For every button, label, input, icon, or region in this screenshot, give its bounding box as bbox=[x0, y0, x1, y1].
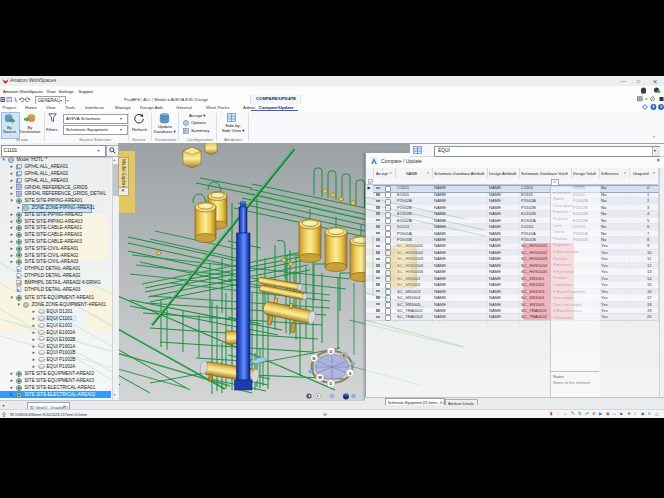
svg-text:N: N bbox=[313, 356, 316, 361]
svg-text:S: S bbox=[349, 371, 352, 376]
svg-text:U: U bbox=[330, 349, 333, 354]
svg-text:D: D bbox=[330, 381, 333, 386]
svg-text:W: W bbox=[318, 375, 322, 380]
svg-text:E: E bbox=[343, 353, 346, 358]
